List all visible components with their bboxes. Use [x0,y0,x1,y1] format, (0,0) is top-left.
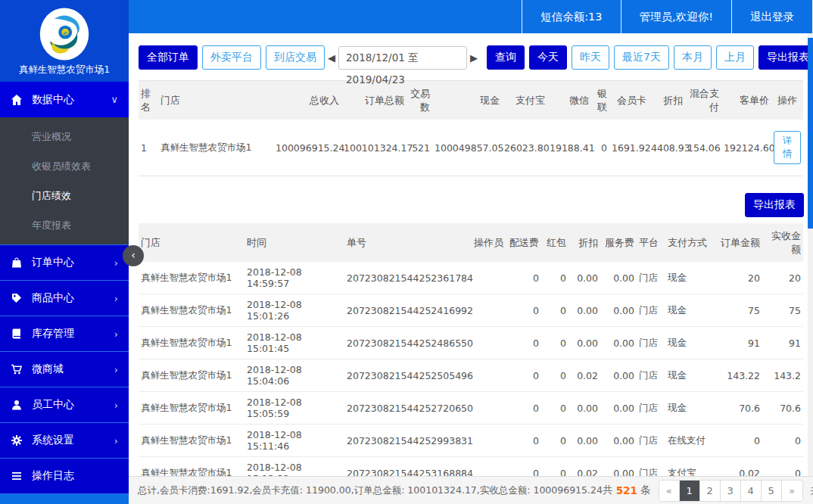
store-performance-summary-table: 排名 门店 总收入 订单总额 交易数 现金 支付宝 微信 银联 会员卡 折扣 混… [139,80,804,176]
cell-store: 真鲜生智慧农贸市场1 [158,120,273,176]
date-next-icon[interactable]: ▶ [467,52,481,64]
book-icon [11,328,23,340]
scrollbar-thumb[interactable] [808,38,813,229]
pager-page-1[interactable]: 1 [680,481,700,501]
col-store: 门店 [158,81,273,120]
col-unionpay: 银联 [591,81,609,120]
col-mixed-pay: 混合支付 [685,81,721,120]
sidebar-item-order-center[interactable]: 订单中心 › [0,244,129,280]
sidebar-item-label: 商品中心 [32,291,114,305]
topbar: 短信余额:13 管理员,欢迎你! 退出登录 [129,0,813,33]
order-row: 真鲜生智慧农贸市场12018-12-08 15:01:4520723082154… [139,327,803,359]
tab-takeout-platform[interactable]: 外卖平台 [202,45,261,70]
chevron-right-icon: › [114,400,118,411]
sidebar-partial-item [0,493,129,504]
filter-toolbar: 全部订单 外卖平台 到店交易 ◀ 2018/12/01 至 2019/04/23… [139,45,804,70]
sms-balance[interactable]: 短信余额:13 [522,0,620,33]
col-platform: 平台 [637,223,665,262]
sidebar-item-micro-mall[interactable]: 微商城 › [0,351,129,387]
cell-wechat: 19188.41 [547,120,591,176]
cell-alipay: 26023.80 [502,120,547,176]
summary-data-row: 1 真鲜生智慧农贸市场1 100096915.24 100101324.17 5… [139,120,803,176]
order-row: 真鲜生智慧农贸市场12018-12-08 14:59:5720723082154… [139,262,803,294]
footer-bar: 总计,会员卡消费:1691.92,会员卡充值: 11900.00,订单总金额: … [129,476,813,504]
col-wechat: 微信 [547,81,591,120]
sidebar-collapse-button[interactable]: ‹ [123,245,144,266]
cell-rank: 1 [139,120,158,176]
export-report-button-top[interactable]: 导出报表 [758,45,813,70]
chevron-right-icon: › [114,293,118,304]
col-operator: 操作员 [472,223,506,262]
sidebar-item-data-center[interactable]: 数据中心 ∨ [0,82,129,117]
pager-page-4[interactable]: 4 [741,481,762,501]
brand-logo-icon: e [37,6,92,62]
sidebar-subitem-business-overview[interactable]: 营业概况 [0,122,129,151]
export-report-button-bottom[interactable]: 导出报表 [745,193,804,217]
home-icon [11,94,23,106]
pager-next-icon[interactable]: » [782,481,802,501]
detail-button[interactable]: 详情 [774,131,801,164]
quick-last7days-button[interactable]: 最近7天 [614,45,669,70]
sidebar: e 真鲜生智慧农贸市场1 数据中心 ∨ 营业概况 收银员绩效表 门店绩效 年度报… [0,0,129,504]
sidebar-item-operation-log[interactable]: 操作日志 [0,458,129,493]
sidebar-logo-section: e 真鲜生智慧农贸市场1 [0,0,129,82]
pager-page-2[interactable]: 2 [700,481,721,501]
sidebar-item-label: 系统设置 [32,434,114,447]
col-member-card: 会员卡 [609,81,649,120]
search-button[interactable]: 查询 [487,45,525,70]
total-count: 521 [616,484,637,496]
order-row: 真鲜生智慧农贸市场12018-12-08 15:04:0620723082154… [139,359,803,392]
cell-mixed-pay: 154.06 [685,120,721,176]
col-received-amount: 实收金额 [762,223,803,262]
cell-avg-ticket: 192124.60 [721,120,771,176]
sidebar-subitem-annual-report[interactable]: 年度报表 [0,210,129,240]
tab-in-store[interactable]: 到店交易 [266,45,325,70]
sidebar-item-system-settings[interactable]: 系统设置 › [0,422,129,458]
app-window: e 真鲜生智慧农贸市场1 数据中心 ∨ 营业概况 收银员绩效表 门店绩效 年度报… [0,0,813,504]
gear-icon [11,434,23,446]
col-store: 门店 [139,223,245,262]
col-time: 时间 [245,223,344,262]
quick-today-button[interactable]: 今天 [529,45,567,70]
welcome-user[interactable]: 管理员,欢迎你! [621,0,731,33]
col-delivery-fee: 配送费 [506,223,541,262]
col-order-no: 单号 [344,223,472,262]
col-discount: 折扣 [568,223,600,262]
chevron-right-icon: › [114,257,118,269]
chevron-right-icon: › [114,435,118,446]
cell-cash: 100049857.05 [432,120,502,176]
date-prev-icon[interactable]: ◀ [325,52,338,64]
pager-prev-icon[interactable]: « [659,481,680,501]
col-avg-ticket: 客单价 [721,81,771,120]
chevron-down-icon: ∨ [111,94,118,105]
quick-this-month-button[interactable]: 本月 [674,45,712,70]
col-service-fee: 服务费 [600,223,637,262]
total-count-prefix: 共 [603,484,613,497]
quick-yesterday-button[interactable]: 昨天 [572,45,609,70]
cell-member-card: 1691.92 [609,120,649,176]
tab-all-orders[interactable]: 全部订单 [139,45,198,70]
col-red-packet: 红包 [541,223,568,262]
sidebar-subitem-cashier-performance[interactable]: 收银员绩效表 [0,151,129,181]
sidebar-item-staff-center[interactable]: 员工中心 › [0,387,129,422]
sidebar-item-product-center[interactable]: 商品中心 › [0,280,129,316]
quick-last-month-button[interactable]: 上月 [716,45,754,70]
sidebar-item-inventory[interactable]: 库存管理 › [0,316,129,351]
logout-button[interactable]: 退出登录 [731,0,813,33]
col-tx-count: 交易数 [406,81,432,120]
cart-icon [11,363,23,375]
col-revenue: 总收入 [273,81,341,120]
pager-page-3[interactable]: 3 [721,481,741,501]
sidebar-item-label: 员工中心 [32,398,114,412]
pager-buttons: « 1 2 3 4 5 » [659,480,803,502]
user-icon [11,399,23,411]
pager-page-5[interactable]: 5 [762,481,782,501]
totals-summary: 总计,会员卡消费:1691.92,会员卡充值: 11900.00,订单总金额: … [138,484,603,497]
order-row: 真鲜生智慧农贸市场12018-12-08 15:11:4620723082154… [139,425,803,457]
pagination: 共 521 条 « 1 2 3 4 5 » 共11页 [603,480,813,502]
main-content: 全部订单 外卖平台 到店交易 ◀ 2018/12/01 至 2019/04/23… [129,33,813,504]
sidebar-subitem-store-performance[interactable]: 门店绩效 [0,181,129,210]
date-range-picker: ◀ 2018/12/01 至 2019/04/23 ▶ [325,46,481,70]
date-range-input[interactable]: 2018/12/01 至 2019/04/23 [338,46,467,70]
col-alipay: 支付宝 [502,81,547,120]
